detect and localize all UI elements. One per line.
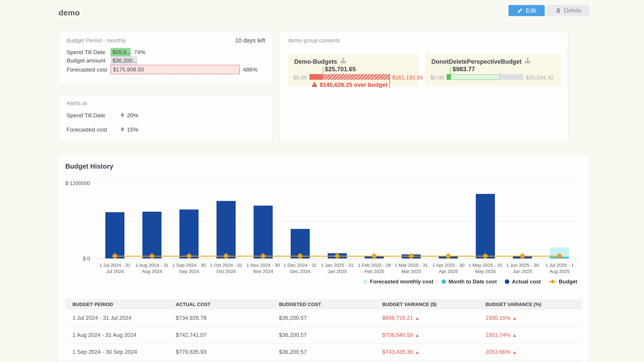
bar-end-label: $161,192.50	[392, 74, 423, 81]
group-contents-header: demo group contents	[288, 37, 340, 44]
chart-slot	[170, 183, 208, 258]
chart-slot	[504, 183, 541, 258]
chart-slot	[134, 183, 170, 258]
legend-mtd[interactable]: Month to Date cost	[442, 279, 497, 285]
actual-cost-bar[interactable]	[105, 212, 124, 258]
table-row: 1 Sep 2024 - 30 Sep 2024 $779,635.93 $36…	[65, 344, 582, 360]
delete-button[interactable]: Delete	[547, 5, 590, 16]
spend-percent: 74%	[134, 49, 146, 55]
bell-icon	[120, 126, 125, 133]
group-contents-card: demo group contents Demo-Budgets $0.00 $…	[280, 31, 568, 142]
bell-icon	[120, 112, 125, 118]
forecasted-cost-row: Forecasted cost $175,908.50 486%	[66, 65, 268, 74]
x-axis-label: 1 Feb 2025 - 28Feb 2025	[354, 262, 395, 275]
trash-icon	[556, 8, 561, 13]
chart-slot	[356, 183, 393, 258]
budget-amount-row: Budget amount $36,200....	[66, 56, 268, 65]
budget-swatch-icon	[549, 279, 556, 284]
table-row: 1 Jul 2024 - 31 Jul 2024 $734,926.78 $36…	[65, 310, 582, 327]
budget-period-card: Budget Period - monthly 10 days left Spe…	[58, 31, 273, 85]
forecast-swatch-icon	[363, 279, 368, 284]
budget-history-chart[interactable]: 1 Jul 2024 - 31Jul 20241 Aug 2024 - 31Au…	[96, 183, 578, 258]
up-triangle-icon: ▲	[415, 333, 420, 338]
forecast-segment	[451, 74, 500, 80]
budget-amount-bar[interactable]: $36,200....	[110, 56, 137, 65]
over-budget-note: $145,626.25 over budget	[310, 81, 390, 88]
up-triangle-icon: ▲	[415, 316, 420, 321]
hierarchy-icon[interactable]	[340, 57, 346, 66]
budget-period-rows: Spend Till Date $26,6... 74% Budget amou…	[66, 48, 268, 74]
x-axis-label: 1 Apr 2025 - 30Apr 2025	[428, 262, 469, 275]
forecasted-cost-bar[interactable]: $175,908.50	[110, 65, 240, 74]
header-actions: Edit Delete	[508, 5, 590, 16]
budget-marker-line	[450, 66, 451, 74]
alert-rows: Spend Till Date 20% Forecasted cost 15%	[66, 111, 138, 140]
group-budget-list: Demo-Budgets $0.00 $25,701.65 $145,626.2…	[288, 54, 561, 86]
alert-forecast-percent: 15%	[127, 126, 138, 133]
chart-slot	[208, 183, 245, 258]
chart-slot	[282, 183, 319, 258]
legend-budget[interactable]: Budget	[549, 279, 577, 285]
pencil-icon	[517, 8, 523, 13]
actual-cost-bar[interactable]	[476, 194, 495, 258]
spent-segment	[310, 74, 323, 80]
col-budget-period: BUDGET PERIOD	[65, 299, 168, 310]
up-triangle-icon: ▲	[415, 350, 420, 355]
alerts-card: Alerts at Spend Till Date 20% Forecasted…	[58, 94, 273, 142]
y-axis-zero-label: $ 0	[64, 256, 90, 262]
remaining-segment	[500, 74, 524, 80]
chart-slot	[467, 183, 504, 258]
hierarchy-icon[interactable]	[524, 57, 531, 66]
table-header-row: BUDGET PERIOD ACTUAL COST BUDGETED COST …	[65, 299, 582, 310]
x-axis-label: 1 May 2025 - 31May 2025	[465, 262, 506, 275]
budget-usage-bar[interactable]: $983.77	[446, 74, 524, 80]
col-variance-pct: BUDGET VARIANCE (%)	[478, 299, 582, 310]
warning-icon	[312, 81, 317, 88]
actual-cost-bar[interactable]	[142, 212, 162, 258]
col-actual-cost: ACTUAL COST	[168, 299, 272, 310]
budget-name: DonotDeletePerspectiveBudget	[431, 58, 522, 65]
col-budgeted-cost: BUDGETED COST	[272, 299, 375, 310]
budget-history-panel: Budget History $ 1200000 $ 0 1 Jul 2024 …	[56, 155, 590, 362]
actual-swatch-icon	[505, 279, 509, 284]
budget-usage-bar[interactable]: $25,701.65 $145,626.25 over budget	[310, 74, 390, 80]
spend-till-date-row: Spend Till Date $26,6... 74%	[66, 48, 268, 56]
actual-cost-bar[interactable]	[216, 201, 236, 258]
budget-item-donotdelete[interactable]: DonotDeletePerspectiveBudget $0.00 $983.…	[425, 54, 561, 86]
chart-legend: Forecasted monthly cost Month to Date co…	[363, 279, 577, 285]
x-axis-label: 1 Dec 2024 - 31Dec 2024	[280, 262, 321, 275]
spent-segment	[446, 74, 451, 80]
table-row: 1 Aug 2024 - 31 Aug 2024 $742,741.07 $36…	[65, 327, 582, 344]
x-axis-label: 1 Sep 2024 - 30Sep 2024	[168, 262, 210, 275]
alerts-header: Alerts at	[66, 100, 87, 106]
x-axis-label: 1 Jul 2025 - 1Aug 2025	[539, 262, 580, 275]
up-triangle-icon: ▲	[512, 333, 517, 338]
bar-end-label: $20,634.32	[526, 74, 554, 81]
edit-button[interactable]: Edit	[508, 5, 545, 16]
up-triangle-icon: ▲	[512, 350, 517, 355]
alert-spend-percent: 20%	[127, 112, 138, 119]
alert-row-spend: Spend Till Date 20%	[66, 111, 138, 119]
chart-slot	[96, 183, 134, 258]
days-left-label: 10 days left	[235, 37, 265, 44]
page-title: demo	[58, 8, 80, 17]
budget-period-header: Budget Period - monthly	[66, 37, 126, 44]
budget-marker-amount: $983.77	[453, 66, 475, 73]
chart-slot	[541, 183, 578, 258]
budget-marker-line	[322, 66, 323, 74]
actual-cost-bar[interactable]	[180, 210, 198, 258]
actual-cost-bar[interactable]	[254, 206, 273, 258]
legend-actual[interactable]: Actual cost	[505, 279, 541, 285]
budget-marker-amount: $25,701.65	[325, 66, 356, 73]
overbudget-segment	[323, 74, 390, 80]
forecast-percent: 486%	[243, 66, 258, 73]
mtd-swatch-icon	[442, 279, 446, 284]
col-variance-usd: BUDGET VARIANCE ($)	[375, 299, 478, 310]
spend-bar[interactable]: $26,6...	[110, 48, 131, 56]
legend-forecasted[interactable]: Forecasted monthly cost	[363, 279, 434, 285]
budget-item-demo-budgets[interactable]: Demo-Budgets $0.00 $25,701.65 $145,626.2…	[288, 54, 418, 86]
x-axis-label: 1 Nov 2024 - 30Nov 2024	[243, 262, 284, 275]
page-header: demo Edit Delete	[0, 0, 644, 23]
chart-slot	[430, 183, 467, 258]
chart-slot	[245, 183, 282, 258]
